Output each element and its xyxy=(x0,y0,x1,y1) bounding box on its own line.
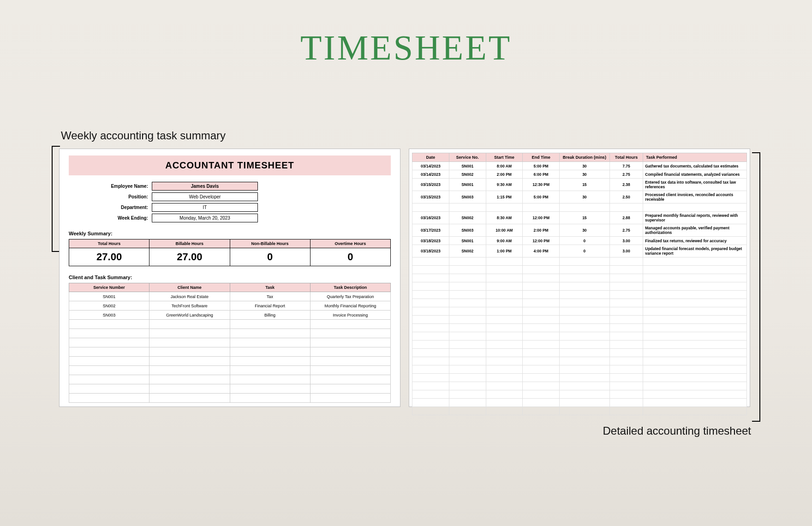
info-rows: Employee Name: James Davis Position: Web… xyxy=(96,182,391,222)
detail-header-row: DateService No.Start TimeEnd TimeBreak D… xyxy=(412,153,747,162)
detail-cell: 30 xyxy=(560,191,610,203)
ct-cell: Tax xyxy=(230,292,310,301)
detail-cell: Managed accounts payable, verified payme… xyxy=(643,224,747,237)
ct-cell: SN001 xyxy=(69,292,149,301)
ct-empty-row xyxy=(69,384,391,394)
ct-cell: SN002 xyxy=(69,301,149,311)
detail-cell: Compiled financial statements, analyzed … xyxy=(643,170,747,179)
weekending-value: Monday, March 20, 2023 xyxy=(152,214,258,222)
detail-empty-row xyxy=(412,274,747,282)
summary-header-cell: Total Hours xyxy=(69,239,149,248)
detail-empty-row xyxy=(412,291,747,299)
summary-value-cell: 27.00 xyxy=(149,248,229,266)
ct-empty-row xyxy=(69,375,391,384)
detail-header-cell: Break Duration (mins) xyxy=(560,153,610,162)
detail-header-cell: Total Hours xyxy=(609,153,643,162)
ct-empty-row xyxy=(69,347,391,357)
detail-cell: Entered tax data into software, consulte… xyxy=(643,179,747,191)
detail-empty-row xyxy=(412,266,747,274)
employee-value: James Davis xyxy=(152,182,258,191)
detail-cell: 2.88 xyxy=(609,212,643,224)
detail-cell: 03/15/2023 xyxy=(412,179,449,191)
ct-row: SN002TechFront SoftwareFinancial ReportM… xyxy=(69,301,391,311)
detail-cell: 12:00 PM xyxy=(523,237,560,245)
detail-cell: Processed client invoices, reconciled ac… xyxy=(643,191,747,203)
detail-cell: 8:00 AM xyxy=(486,162,523,170)
detail-empty-row xyxy=(412,282,747,291)
detail-cell: SN001 xyxy=(449,237,486,245)
department-label: Department: xyxy=(96,205,152,210)
detail-header-cell: Service No. xyxy=(449,153,486,162)
detail-cell: 0 xyxy=(560,245,610,257)
detail-row: 03/17/2023SN00310:00 AM2:00 PM302.75Mana… xyxy=(412,224,747,237)
detail-empty-row xyxy=(412,257,747,266)
right-sheet: DateService No.Start TimeEnd TimeBreak D… xyxy=(409,149,750,407)
detail-cell: 12:30 PM xyxy=(523,179,560,191)
summary-value-cell: 0 xyxy=(310,248,391,266)
detail-cell: 15 xyxy=(560,212,610,224)
weekly-summary-label: Weekly Summary: xyxy=(69,231,391,236)
ct-empty-row xyxy=(69,394,391,403)
detail-cell: 5:00 PM xyxy=(523,162,560,170)
summary-headers: Total HoursBillable HoursNon-Billable Ho… xyxy=(69,239,391,248)
department-value: IT xyxy=(152,203,258,212)
detail-empty-row xyxy=(412,357,747,365)
sheets-container: ACCOUNTANT TIMESHEET Employee Name: Jame… xyxy=(59,149,750,407)
summary-header-cell: Billable Hours xyxy=(149,239,229,248)
detail-cell: 03/14/2023 xyxy=(412,162,449,170)
detail-cell: SN002 xyxy=(449,170,486,179)
detail-cell: Finalized tax returns, reviewed for accu… xyxy=(643,237,747,245)
summary-header-cell: Overtime Hours xyxy=(310,239,391,248)
detail-cell: 10:00 AM xyxy=(486,224,523,237)
detail-cell: 03/15/2023 xyxy=(412,191,449,203)
ct-cell: Invoice Processing xyxy=(310,311,390,320)
detail-empty-row xyxy=(412,324,747,332)
detail-cell: 7.75 xyxy=(609,162,643,170)
detail-cell: 9:30 AM xyxy=(486,179,523,191)
employee-label: Employee Name: xyxy=(96,184,152,189)
detail-cell: 2.50 xyxy=(609,191,643,203)
summary-value-cell: 27.00 xyxy=(69,248,149,266)
detail-cell: 2.38 xyxy=(609,179,643,191)
detail-header-cell: End Time xyxy=(523,153,560,162)
ct-cell: SN003 xyxy=(69,311,149,320)
client-task-table: Service NumberClient NameTaskTask Descri… xyxy=(69,283,391,403)
detail-cell: Gathered tax documents, calculated tax e… xyxy=(643,162,747,170)
detail-empty-row xyxy=(412,332,747,341)
detail-row: 03/14/2023SN0022:00 PM6:00 PM302.75Compi… xyxy=(412,170,747,179)
detail-cell: 2.75 xyxy=(609,170,643,179)
summary-values: 27.0027.0000 xyxy=(69,248,391,266)
ct-empty-row xyxy=(69,366,391,375)
detail-empty-row xyxy=(412,307,747,316)
detail-cell: 03/16/2023 xyxy=(412,212,449,224)
detail-row: 03/14/2023SN0018:00 AM5:00 PM307.75Gathe… xyxy=(412,162,747,170)
detail-cell: 15 xyxy=(560,179,610,191)
detail-empty-row xyxy=(412,390,747,399)
detail-cell: 2.75 xyxy=(609,224,643,237)
detail-header-cell: Start Time xyxy=(486,153,523,162)
detail-cell: SN003 xyxy=(449,224,486,237)
detail-cell: 30 xyxy=(560,224,610,237)
detail-cell: 2:00 PM xyxy=(486,170,523,179)
ct-header-cell: Client Name xyxy=(149,283,230,292)
ct-header-cell: Service Number xyxy=(69,283,149,292)
detail-cell: Updated financial forecast models, prepa… xyxy=(643,245,747,257)
ct-cell: Financial Report xyxy=(230,301,310,311)
detail-cell: 6:00 PM xyxy=(523,170,560,179)
detail-empty-row xyxy=(412,316,747,324)
detail-cell: 03/18/2023 xyxy=(412,245,449,257)
ct-empty-row xyxy=(69,329,391,338)
detail-cell: 0 xyxy=(560,237,610,245)
detail-header-cell: Date xyxy=(412,153,449,162)
detail-empty-row xyxy=(412,349,747,357)
detail-cell: 5:00 PM xyxy=(523,191,560,203)
ct-cell: TechFront Software xyxy=(149,301,230,311)
ct-cell: GreenWorld Landscaping xyxy=(149,311,230,320)
left-sheet: ACCOUNTANT TIMESHEET Employee Name: Jame… xyxy=(59,149,400,407)
ct-empty-row xyxy=(69,320,391,329)
detail-cell: 03/18/2023 xyxy=(412,237,449,245)
detail-empty-row xyxy=(412,365,747,374)
detail-cell: 30 xyxy=(560,162,610,170)
detail-row xyxy=(412,203,747,212)
ct-cell: Billing xyxy=(230,311,310,320)
